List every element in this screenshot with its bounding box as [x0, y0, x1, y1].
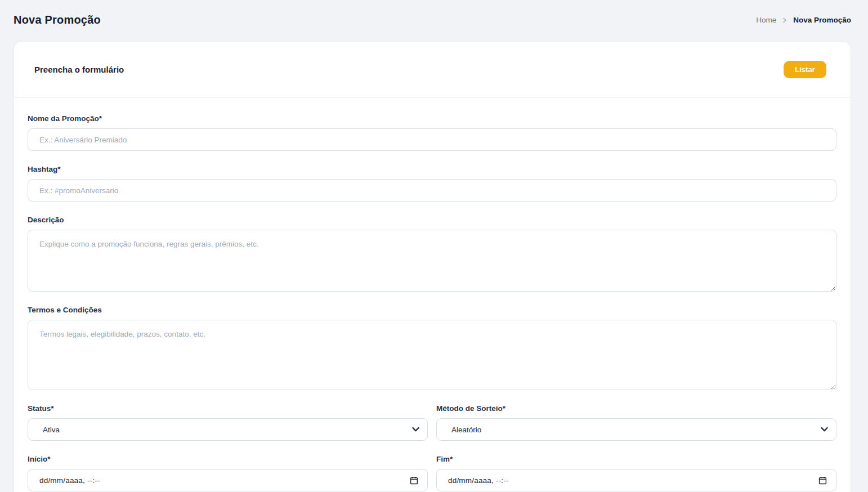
- page: Nova Promoção Home Nova Promoção Preench…: [0, 0, 868, 492]
- status-select[interactable]: Ativa: [28, 418, 428, 441]
- descricao-label: Descrição: [28, 215, 836, 225]
- status-label: Status*: [28, 404, 428, 414]
- inicio-datetime-input[interactable]: dd/mm/aaaa, --:--: [28, 469, 428, 491]
- breadcrumb-home-link[interactable]: Home: [756, 16, 776, 24]
- field-group-metodo-sorteio: Método de Sorteio* Aleatório: [436, 404, 836, 441]
- inicio-datetime-value: dd/mm/aaaa, --:--: [39, 476, 100, 485]
- termos-textarea[interactable]: [28, 320, 836, 390]
- form-card: Preencha o formulário Listar Nome da Pro…: [14, 41, 851, 492]
- topbar: Nova Promoção Home Nova Promoção: [14, 14, 851, 26]
- card-header: Preencha o formulário Listar: [14, 42, 851, 98]
- field-group-nome: Nome da Promoção*: [28, 114, 836, 151]
- status-select-wrap: Ativa: [28, 418, 428, 441]
- page-title: Nova Promoção: [14, 14, 101, 26]
- field-group-fim: Fim* dd/mm/aaaa, --:--: [436, 454, 836, 491]
- metodo-sorteio-select-wrap: Aleatório: [436, 418, 836, 441]
- hashtag-input[interactable]: [28, 179, 836, 202]
- breadcrumb-current: Nova Promoção: [793, 16, 851, 24]
- listar-button[interactable]: Listar: [784, 61, 826, 78]
- field-group-descricao: Descrição: [28, 215, 836, 292]
- fim-datetime-input[interactable]: dd/mm/aaaa, --:--: [436, 469, 836, 491]
- descricao-textarea[interactable]: [28, 230, 836, 292]
- field-group-hashtag: Hashtag*: [28, 164, 836, 202]
- termos-label: Termos e Condições: [28, 305, 836, 315]
- fim-label: Fim*: [436, 454, 836, 464]
- field-group-inicio: Início* dd/mm/aaaa, --:--: [28, 454, 428, 491]
- metodo-sorteio-select[interactable]: Aleatório: [436, 418, 836, 441]
- fim-datetime-value: dd/mm/aaaa, --:--: [448, 476, 509, 485]
- metodo-sorteio-label: Método de Sorteio*: [436, 404, 836, 414]
- calendar-icon[interactable]: [817, 475, 828, 486]
- calendar-icon[interactable]: [409, 475, 419, 486]
- field-group-status: Status* Ativa: [28, 404, 428, 441]
- hashtag-label: Hashtag*: [28, 164, 836, 175]
- breadcrumb: Home Nova Promoção: [756, 16, 851, 24]
- selects-row: Status* Ativa Método de Sorteio*: [28, 404, 836, 491]
- field-group-termos: Termos e Condições: [28, 305, 836, 390]
- inicio-label: Início*: [28, 454, 428, 464]
- nome-input[interactable]: [28, 128, 836, 151]
- card-body: Nome da Promoção* Hashtag* Descrição Ter…: [14, 98, 851, 492]
- card-header-title: Preencha o formulário: [34, 65, 124, 74]
- nome-label: Nome da Promoção*: [28, 114, 836, 124]
- chevron-right-icon: [782, 17, 788, 23]
